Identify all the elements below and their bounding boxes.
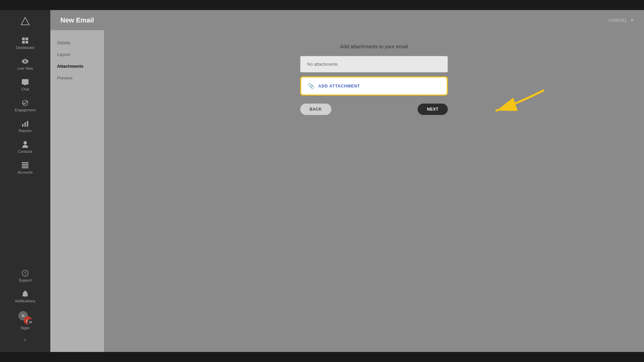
sidebar-item-notifications[interactable]: Notifications (0, 286, 50, 307)
user-name-label: Ngan (21, 326, 30, 330)
svg-rect-2 (25, 38, 28, 40)
grid-icon (21, 37, 29, 44)
form-buttons: BACK NEXT (300, 104, 448, 115)
sidebar-label-engagement: Engagement (15, 108, 36, 112)
add-attachment-label: ADD ATTACHMENT (318, 84, 360, 88)
svg-rect-4 (25, 41, 28, 44)
svg-rect-13 (22, 166, 29, 167)
sidebar: Dashboard Live View C (0, 10, 50, 352)
eye-icon (21, 58, 29, 65)
sidebar-item-contacts[interactable]: Contacts (0, 137, 50, 158)
sidebar-item-user[interactable]: N g. 19 Ngan (0, 307, 50, 334)
sidebar-item-engagement[interactable]: Engagement (0, 95, 50, 116)
step-details[interactable]: Details (57, 37, 97, 49)
no-attachments-label: No attachments (307, 62, 338, 67)
engagement-icon (21, 99, 29, 107)
bell-icon (21, 290, 29, 298)
sidebar-label-accounts: Accounts (17, 170, 33, 174)
bottom-bar (0, 352, 644, 362)
sidebar-item-chat[interactable]: Chat (0, 74, 50, 95)
collapse-icon: ‹ (24, 337, 26, 343)
svg-text:?: ? (24, 271, 26, 276)
sidebar-label-live-view: Live View (17, 66, 33, 70)
person-icon (21, 141, 29, 148)
content-wrapper: Details Layout Attachments Preview Add a… (50, 30, 644, 352)
form-area: Add attachments to your email No attachm… (104, 30, 644, 352)
top-bar (0, 0, 644, 10)
back-button[interactable]: BACK (300, 104, 331, 115)
user-avatar-group: N g. 19 (18, 311, 32, 324)
paperclip-icon: 📎 (308, 83, 315, 89)
cancel-label: CANCEL (609, 18, 628, 23)
page-title: New Email (60, 16, 94, 24)
svg-point-10 (23, 141, 27, 144)
next-button[interactable]: NEXT (418, 104, 448, 115)
step-preview[interactable]: Preview (57, 72, 97, 84)
main-area: New Email CANCEL ✕ Details Layout Attach… (50, 10, 644, 352)
table-icon (21, 162, 29, 169)
sidebar-nav: Dashboard Live View C (0, 33, 50, 265)
page-header: New Email CANCEL ✕ (50, 10, 644, 30)
sidebar-label-chat: Chat (21, 87, 29, 91)
arrow-annotation (483, 84, 550, 135)
svg-point-5 (24, 61, 26, 62)
sidebar-label-dashboard: Dashboard (16, 46, 34, 50)
svg-marker-0 (21, 17, 29, 25)
cancel-button[interactable]: CANCEL ✕ (609, 18, 634, 23)
chat-icon (21, 78, 29, 86)
svg-rect-1 (22, 38, 25, 40)
sidebar-label-contacts: Contacts (18, 149, 32, 154)
add-attachment-button[interactable]: 📎 ADD ATTACHMENT (300, 76, 448, 96)
sidebar-item-live-view[interactable]: Live View (0, 54, 50, 74)
sidebar-collapse-button[interactable]: ‹ (0, 334, 50, 345)
no-attachments-box: No attachments (300, 56, 448, 72)
bar-chart-icon (21, 120, 29, 127)
sidebar-item-dashboard[interactable]: Dashboard (0, 33, 50, 54)
svg-rect-14 (22, 167, 29, 168)
svg-rect-9 (27, 121, 28, 127)
sidebar-label-reports: Reports (19, 129, 32, 133)
app-logo[interactable] (0, 13, 50, 33)
sidebar-item-accounts[interactable]: Accounts (0, 158, 50, 178)
steps-panel: Details Layout Attachments Preview (50, 30, 104, 352)
step-layout[interactable]: Layout (57, 49, 97, 60)
user-badge: 19 (27, 319, 33, 325)
sidebar-item-reports[interactable]: Reports (0, 116, 50, 137)
close-icon: ✕ (630, 18, 634, 23)
step-attachments[interactable]: Attachments (57, 60, 97, 72)
svg-rect-12 (22, 164, 29, 165)
sidebar-bottom: ? Support Notifications N g. (0, 265, 50, 349)
sidebar-label-notifications: Notifications (15, 299, 35, 303)
form-section-title: Add attachments to your email (340, 44, 408, 49)
svg-rect-3 (22, 41, 25, 44)
sidebar-label-support: Support (19, 278, 32, 282)
svg-rect-8 (24, 122, 26, 127)
help-icon: ? (21, 269, 29, 277)
svg-rect-11 (22, 162, 29, 163)
svg-rect-7 (22, 124, 23, 127)
sidebar-item-support[interactable]: ? Support (0, 265, 50, 286)
